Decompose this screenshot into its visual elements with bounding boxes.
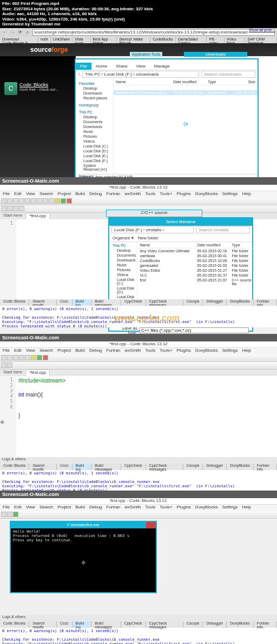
toolbar-icon[interactable] — [1, 363, 6, 368]
menu-item[interactable]: Project — [56, 191, 72, 198]
bottom-tab[interactable]: Build messages — [91, 621, 121, 628]
menu-item[interactable]: Fortran — [105, 348, 122, 354]
browser-tab[interactable]: Stencyl: Make iPhone... — [117, 37, 150, 43]
nav-up-icon[interactable]: ↑ — [78, 72, 80, 77]
save-icon[interactable] — [13, 198, 18, 204]
file-row[interactable]: gamesalad05-02-2015 01:02File folder — [137, 263, 254, 268]
browser-tab[interactable]: GameSalad Creator... — [176, 37, 207, 43]
file-row[interactable]: camtasia 05-02-2015 00:37 Application 2,… — [114, 85, 258, 90]
bottom-tab[interactable]: Code::Blocks — [0, 621, 29, 628]
bottom-tab[interactable]: Search results — [29, 464, 57, 470]
undo-icon[interactable] — [19, 198, 24, 204]
home-button[interactable]: ⌂ — [25, 30, 30, 35]
toolbar-icon[interactable] — [7, 512, 12, 517]
bottom-tab[interactable]: Build messages — [91, 464, 121, 470]
file-row[interactable]: TeamViewer_Setup 05-02-2015 20:51 Applic… — [114, 95, 258, 100]
type-select[interactable] — [140, 327, 249, 333]
nav-item[interactable]: Videos — [77, 139, 112, 144]
bottom-tab[interactable]: CppCheck messages — [146, 299, 183, 306]
nav-item[interactable]: Desktop — [77, 115, 112, 119]
bottom-tab[interactable]: Build log — [72, 299, 92, 306]
toolbar-icon[interactable] — [1, 206, 6, 211]
menu-item[interactable]: Help — [241, 191, 253, 198]
menu-item[interactable]: View — [24, 505, 37, 511]
codeblocks-title[interactable]: Code::Blocks — [19, 82, 58, 88]
menu-item[interactable]: Help — [241, 505, 253, 511]
browser-tab[interactable]: Vista icons — [72, 37, 90, 43]
forward-button[interactable]: → — [10, 30, 15, 35]
menu-item[interactable]: DoxyBlocks — [194, 505, 220, 511]
bottom-tab[interactable]: Search results — [29, 299, 57, 306]
bottom-tab[interactable]: Build messages — [91, 299, 121, 306]
stop-icon[interactable] — [43, 355, 48, 360]
bottom-tab[interactable]: DoxyBlocks — [227, 464, 254, 470]
paste-icon[interactable] — [43, 198, 48, 204]
file-row[interactable]: codeblocks-13.12mingw-setup 05-02-2015 0… — [114, 90, 258, 95]
menu-item[interactable]: wxSmith — [123, 191, 142, 198]
browser-tab[interactable]: LinkShare — [51, 37, 73, 43]
menu-item[interactable]: Debug — [88, 191, 104, 198]
nav-item[interactable]: Local Disk (E:) — [77, 153, 112, 158]
bottom-tab[interactable]: Build log — [72, 464, 92, 470]
nav-item[interactable]: Music — [77, 129, 112, 134]
menu-item[interactable]: File — [1, 348, 11, 354]
col-type[interactable]: Type — [206, 80, 230, 84]
file-tab[interactable]: *first.cpp — [25, 213, 50, 219]
build-icon[interactable] — [31, 355, 36, 360]
menu-item[interactable]: File — [1, 191, 11, 198]
browser-tab[interactable]: CodeBlocks — [150, 37, 175, 43]
nav-item[interactable]: Recent places — [77, 96, 112, 100]
browser-tab[interactable]: PB - video — [207, 37, 224, 43]
menu-item[interactable]: Build — [74, 191, 87, 198]
run-icon[interactable] — [61, 198, 66, 204]
nav-item[interactable]: Documents — [77, 119, 112, 124]
menu-item[interactable]: Tools+ — [158, 348, 174, 354]
start-tab[interactable]: Start here — [0, 213, 25, 219]
col-name[interactable]: Name — [114, 80, 171, 84]
code-editor[interactable]: 123456 #include<iostream> int main(){ } — [0, 376, 277, 457]
open-icon[interactable] — [7, 198, 12, 204]
menu-item[interactable]: Plugins — [175, 348, 193, 354]
nav-item[interactable]: Local Disk (D:) — [77, 149, 112, 153]
new-icon[interactable] — [1, 198, 6, 204]
col-date[interactable]: Date modified — [171, 80, 206, 84]
path-box[interactable]: This PC › Local Disk (F:) › zdownloads — [82, 71, 199, 78]
explorer-search[interactable]: Search zdownloads — [201, 71, 255, 78]
menu-item[interactable]: Build — [74, 505, 87, 511]
bottom-tab[interactable]: CppCheck — [121, 621, 146, 628]
menu-item[interactable]: DoxyBlocks — [194, 191, 220, 198]
ribbon-file[interactable]: File — [76, 63, 91, 70]
nav-homegroup[interactable]: Homegroup — [77, 103, 112, 108]
ribbon-share[interactable]: Share — [111, 63, 131, 70]
run-icon[interactable] — [13, 512, 18, 517]
redo-icon[interactable] — [25, 355, 30, 360]
nav-item[interactable]: Downloads — [77, 91, 112, 96]
bottom-tab[interactable]: Debugger — [203, 299, 227, 306]
col-size[interactable]: Size — [230, 80, 258, 84]
ribbon-manage[interactable]: Manage — [150, 63, 174, 70]
run-icon[interactable] — [37, 355, 42, 360]
search-icon[interactable] — [49, 198, 54, 204]
col-type[interactable]: Type — [229, 243, 254, 247]
redo-icon[interactable] — [25, 198, 30, 204]
browser-tab[interactable]: SAP CRM Technical... — [245, 37, 277, 43]
menu-item[interactable]: Settings — [221, 348, 240, 354]
bottom-tab[interactable]: Debugger — [203, 464, 227, 470]
menu-item[interactable]: wxSmith — [123, 505, 142, 511]
menu-item[interactable]: Tools — [144, 191, 157, 198]
nav-item[interactable]: Pictures — [77, 134, 112, 139]
back-button[interactable]: ← — [2, 30, 8, 35]
menu-item[interactable]: Search — [38, 505, 55, 511]
browser-tab[interactable]: Video Back... — [225, 37, 246, 43]
bottom-tab[interactable]: Cccc — [57, 299, 72, 306]
nav-item[interactable]: Local Disk (C:) — [77, 144, 112, 149]
bottom-tab[interactable]: Cscope — [183, 621, 203, 628]
file-tab[interactable]: *first.cpp — [25, 370, 50, 376]
code-area[interactable]: #include<iostream> int main(){ } — [16, 376, 277, 457]
nav-item[interactable]: Pictures — [110, 267, 136, 272]
bottom-tab[interactable]: CppCheck messages — [146, 464, 183, 470]
menu-item[interactable]: Edit — [12, 348, 23, 354]
save-search[interactable]: Search zinstalls — [196, 226, 250, 233]
menu-item[interactable]: Tools+ — [158, 505, 174, 511]
open-icon[interactable] — [7, 355, 12, 360]
